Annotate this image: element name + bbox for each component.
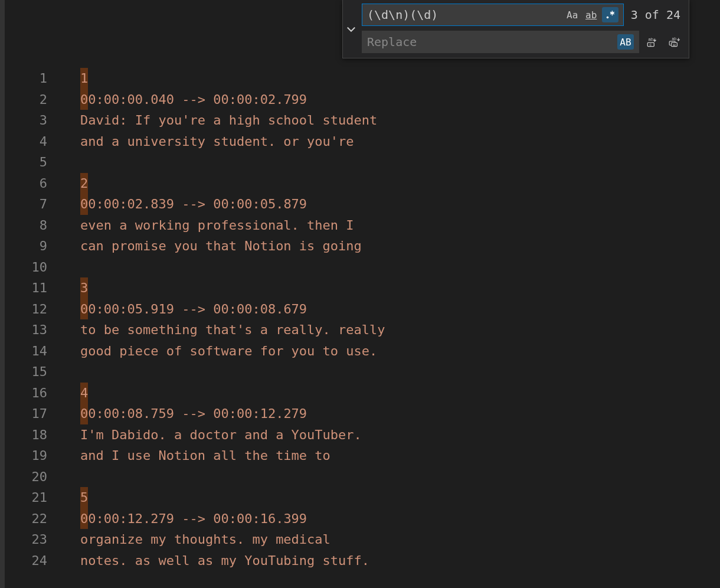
line-number: 20: [5, 466, 64, 488]
code-line[interactable]: good piece of software for you to use.: [80, 341, 720, 362]
replace-input-options: AB: [617, 34, 634, 50]
search-match-highlight: 0: [80, 299, 88, 320]
code-line[interactable]: 4: [80, 383, 720, 404]
line-number: 21: [5, 487, 64, 508]
code-line[interactable]: 3: [80, 277, 720, 299]
line-number: 8: [5, 215, 64, 236]
code-line[interactable]: and a university student. or you're: [80, 131, 720, 152]
preserve-case-toggle[interactable]: AB: [617, 34, 634, 50]
svg-text:ac: ac: [673, 43, 676, 47]
replace-one-button[interactable]: ab c: [643, 32, 662, 51]
replace-one-icon: ab c: [646, 35, 659, 48]
svg-text:ab: ab: [672, 37, 677, 41]
search-match-highlight: 3: [80, 277, 88, 299]
code-line[interactable]: 2: [80, 173, 720, 194]
line-number: 14: [5, 341, 64, 362]
line-number: 16: [5, 383, 64, 404]
line-number: 19: [5, 445, 64, 466]
match-case-toggle[interactable]: Aa: [564, 7, 581, 22]
code-line[interactable]: David: If you're a high school student: [80, 110, 720, 131]
line-number: 23: [5, 529, 64, 550]
code-area[interactable]: 100:00:00.040 --> 00:00:02.799David: If …: [80, 68, 720, 588]
line-number: 3: [5, 110, 64, 131]
code-line[interactable]: I'm Dabido. a doctor and a YouTuber.: [80, 424, 720, 446]
replace-all-button[interactable]: ab ac: [665, 32, 684, 51]
line-number: 9: [5, 236, 64, 257]
code-line[interactable]: to be something that's a really. really: [80, 319, 720, 341]
regex-toggle[interactable]: [602, 7, 618, 22]
line-number: 5: [5, 152, 64, 173]
find-replace-widget: (\d\n)(\d) Aa ab 3 of 24 Replace: [342, 0, 689, 58]
activity-bar-edge: [0, 0, 5, 588]
code-line[interactable]: can promise you that Notion is going: [80, 236, 720, 257]
line-number: 1: [5, 68, 64, 89]
code-line[interactable]: 00:00:02.839 --> 00:00:05.879: [80, 194, 720, 215]
find-input-options: Aa ab: [564, 7, 618, 22]
code-line[interactable]: [80, 466, 720, 488]
match-count: 3 of 24: [627, 8, 684, 22]
code-line[interactable]: notes. as well as my YouTubing stuff.: [80, 550, 720, 571]
code-line[interactable]: 5: [80, 487, 720, 508]
regex-icon: [605, 9, 616, 20]
line-number: 22: [5, 508, 64, 530]
chevron-down-icon: [345, 23, 357, 35]
line-number: 24: [5, 550, 64, 571]
whole-word-toggle[interactable]: ab: [583, 7, 600, 22]
find-input-value: (\d\n)(\d): [367, 8, 564, 22]
code-line[interactable]: even a working professional. then I: [80, 215, 720, 236]
find-row: (\d\n)(\d) Aa ab 3 of 24: [362, 4, 684, 26]
replace-all-icon: ab ac: [668, 35, 681, 48]
line-number: 12: [5, 299, 64, 320]
code-line[interactable]: 00:00:08.759 --> 00:00:12.279: [80, 403, 720, 424]
line-number: 15: [5, 361, 64, 383]
code-line[interactable]: 1: [80, 68, 720, 89]
search-match-highlight: 2: [80, 173, 88, 194]
replace-placeholder: Replace: [367, 35, 617, 49]
find-body: (\d\n)(\d) Aa ab 3 of 24 Replace: [359, 0, 689, 58]
code-line[interactable]: [80, 257, 720, 278]
line-number: 6: [5, 173, 64, 194]
replace-input[interactable]: Replace AB: [362, 31, 639, 53]
search-match-highlight: 5: [80, 487, 88, 508]
line-number: 17: [5, 403, 64, 424]
line-number-gutter: 123456789101112131415161718192021222324: [5, 68, 64, 588]
code-line[interactable]: organize my thoughts. my medical: [80, 529, 720, 550]
search-match-highlight: 0: [80, 403, 88, 424]
search-match-highlight: 0: [80, 89, 88, 110]
svg-text:ab: ab: [648, 37, 653, 42]
code-line[interactable]: 00:00:00.040 --> 00:00:02.799: [80, 89, 720, 110]
line-number: 11: [5, 277, 64, 299]
line-number: 13: [5, 319, 64, 341]
search-match-highlight: 4: [80, 383, 88, 404]
code-line[interactable]: 00:00:05.919 --> 00:00:08.679: [80, 299, 720, 320]
find-input[interactable]: (\d\n)(\d) Aa ab: [362, 4, 624, 26]
svg-point-0: [606, 17, 608, 19]
editor-pane: 123456789101112131415161718192021222324 …: [5, 0, 720, 588]
search-match-highlight: 0: [80, 194, 88, 215]
line-number: 10: [5, 257, 64, 278]
line-number: 18: [5, 424, 64, 446]
search-match-highlight: 1: [80, 68, 88, 89]
code-line[interactable]: [80, 152, 720, 173]
code-line[interactable]: [80, 361, 720, 383]
line-number: 4: [5, 131, 64, 152]
search-match-highlight: 0: [80, 508, 88, 530]
toggle-replace-button[interactable]: [343, 0, 359, 58]
replace-row: Replace AB ab c ab ac: [362, 31, 684, 53]
line-number: 2: [5, 89, 64, 110]
line-number: 7: [5, 194, 64, 215]
code-line[interactable]: and I use Notion all the time to: [80, 445, 720, 466]
code-line[interactable]: 00:00:12.279 --> 00:00:16.399: [80, 508, 720, 530]
